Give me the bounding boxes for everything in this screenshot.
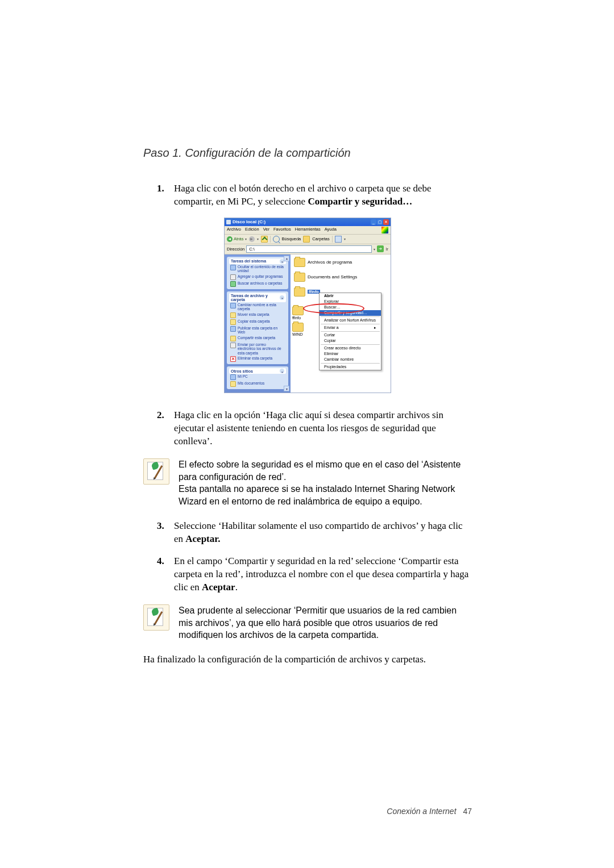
web-icon — [230, 326, 236, 332]
menu-edicion[interactable]: Edición — [245, 227, 259, 233]
window-title: Disco local (C:) — [233, 219, 371, 224]
task-share[interactable]: Compartir esta carpeta — [229, 335, 286, 342]
ctx-share[interactable]: Compartir y seguridad… — [320, 310, 381, 316]
ctx-separator — [321, 331, 380, 332]
address-dropdown[interactable]: ▾ — [374, 247, 375, 251]
xp-logo-icon — [381, 227, 388, 233]
step-3-bold: Aceptar. — [185, 533, 220, 544]
folders-label[interactable]: Carpetas — [312, 236, 329, 241]
copy-icon — [230, 319, 236, 325]
menubar: Archivo Edición Ver Favoritos Herramient… — [225, 226, 391, 235]
task-search[interactable]: Buscar archivos o carpetas — [229, 281, 286, 287]
taskbox-other-header[interactable]: Otros sitios ⌄ — [229, 368, 286, 374]
folder-label: Archivos de programa — [308, 260, 352, 265]
step-2-text: Haga clic en la opción ‘Haga clic aquí s… — [174, 410, 443, 446]
folder-item[interactable]: Documents and Settings — [294, 273, 387, 282]
programs-icon — [230, 274, 236, 280]
close-button[interactable]: ✕ — [383, 219, 389, 225]
search-label[interactable]: Búsqueda — [282, 236, 301, 241]
scroll-up-icon[interactable]: ▴ — [284, 256, 289, 261]
views-dropdown[interactable]: ▾ — [344, 237, 346, 241]
page-footer: Conexión a Internet 47 — [387, 807, 472, 816]
folder-label: ffinfo — [292, 316, 301, 320]
forward-button[interactable]: ► — [249, 236, 255, 242]
taskbox-file-header[interactable]: Tareas de archivo y carpeta ⌄ — [229, 293, 286, 302]
ctx-norton[interactable]: Analizar con Norton AntiVirus — [320, 318, 381, 323]
taskbox-other: Otros sitios ⌄ Mi PC Mis documentos — [227, 366, 288, 389]
menu-archivo[interactable]: Archivo — [227, 227, 241, 233]
scroll-down-icon[interactable]: ▾ — [284, 386, 289, 391]
step-number: 3. — [157, 520, 174, 546]
task-email[interactable]: Enviar por correo electrónico los archiv… — [229, 342, 286, 356]
address-bar: Dirección C:\ ▾ ➔ Ir — [225, 244, 391, 254]
ctx-copy[interactable]: Copiar — [320, 338, 381, 344]
back-button[interactable]: ◄ Atrás ▾ — [227, 236, 247, 242]
step-1: 1. Haga clic con el botón derecho en el … — [157, 182, 472, 208]
minimize-button[interactable]: _ — [371, 219, 376, 225]
note-icon — [143, 604, 169, 631]
ctx-separator — [321, 344, 380, 345]
taskbox-system-header[interactable]: Tareas del sistema ⌄ — [229, 258, 286, 264]
folder-label: Documents and Settings — [308, 274, 357, 279]
task-delete[interactable]: Eliminar esta carpeta — [229, 356, 286, 362]
ctx-rename[interactable]: Cambiar nombre — [320, 357, 381, 362]
task-misdocs[interactable]: Mis documentos — [229, 381, 286, 387]
task-publish[interactable]: Publicar esta carpeta en Web — [229, 326, 286, 335]
note-1-line1: El efecto sobre la seguridad es el mismo… — [179, 458, 472, 483]
task-copy[interactable]: Copiar esta carpeta — [229, 319, 286, 326]
folders-icon[interactable] — [303, 236, 310, 243]
ctx-explore[interactable]: Explorar — [320, 299, 381, 304]
share-icon — [230, 336, 236, 341]
taskbox-other-title: Otros sitios — [231, 369, 253, 373]
task-mipc[interactable]: Mi PC — [229, 374, 286, 381]
taskbox-file: Tareas de archivo y carpeta ⌄ Cambiar no… — [227, 291, 288, 364]
chevron-icon: ⌄ — [280, 369, 284, 373]
menu-herramientas[interactable]: Herramientas — [295, 227, 321, 233]
chevron-icon: ⌄ — [280, 295, 284, 300]
ctx-open[interactable]: Abrir — [320, 293, 381, 299]
taskbox-system: Tareas del sistema ⌄ Ocultar el contenid… — [227, 257, 288, 289]
ctx-separator — [321, 324, 380, 324]
ctx-sendto[interactable]: Enviar a▸ — [320, 325, 381, 331]
footer-page-number: 47 — [463, 807, 472, 816]
ctx-search[interactable]: Buscar… — [320, 304, 381, 310]
delete-icon — [230, 356, 236, 362]
folder-item[interactable]: Archivos de programa — [294, 258, 387, 267]
forward-dropdown[interactable]: ▾ — [257, 237, 259, 241]
back-label: Atrás — [234, 236, 244, 241]
context-menu: Abrir Explorar Buscar… Compartir y segur… — [319, 293, 381, 370]
toolbar-separator — [332, 236, 333, 243]
menu-ver[interactable]: Ver — [263, 227, 269, 233]
folder-icon — [294, 258, 305, 267]
search-icon — [230, 281, 236, 287]
up-button[interactable] — [261, 236, 268, 243]
note-icon — [143, 458, 169, 485]
views-button[interactable] — [335, 236, 342, 243]
docs-icon — [230, 381, 236, 387]
task-add-remove[interactable]: Agregar o quitar programas — [229, 274, 286, 281]
menu-ayuda[interactable]: Ayuda — [325, 227, 337, 233]
address-input[interactable]: C:\ — [246, 245, 372, 253]
folder-icon — [292, 323, 304, 332]
folder-item-truncated[interactable]: ffinfo — [292, 306, 308, 320]
go-label: Ir — [385, 247, 388, 252]
ctx-delete[interactable]: Eliminar — [320, 351, 381, 357]
task-move[interactable]: Mover esta carpeta — [229, 312, 286, 319]
step-2: 2. Haga clic en la opción ‘Haga clic aqu… — [157, 409, 472, 448]
maximize-button[interactable]: ▢ — [377, 219, 383, 225]
ctx-cut[interactable]: Cortar — [320, 332, 381, 338]
task-rename[interactable]: Cambiar nombre a esta carpeta — [229, 302, 286, 312]
ctx-properties[interactable]: Propiedades — [320, 364, 381, 370]
step-number: 1. — [157, 182, 174, 208]
search-icon[interactable] — [273, 236, 280, 243]
ctx-shortcut[interactable]: Crear acceso directo — [320, 345, 381, 351]
folder-icon — [292, 306, 304, 315]
address-value: C:\ — [249, 247, 255, 252]
step-number: 2. — [157, 409, 174, 448]
go-button[interactable]: ➔ — [377, 245, 384, 252]
folder-item-truncated[interactable]: WIND — [292, 323, 308, 336]
step-4: 4. En el campo ‘Compartir y seguridad en… — [157, 555, 472, 594]
task-hide-contents[interactable]: Ocultar el contenido de esta unidad — [229, 264, 286, 274]
menu-favoritos[interactable]: Favoritos — [273, 227, 291, 233]
back-dropdown[interactable]: ▾ — [245, 237, 247, 241]
